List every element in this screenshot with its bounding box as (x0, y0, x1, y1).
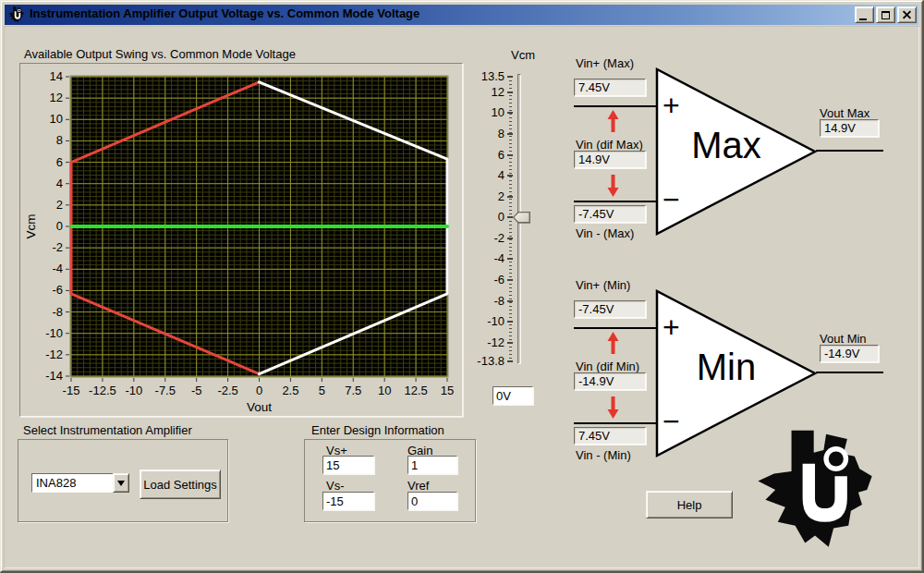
svg-text:Vcm: Vcm (24, 214, 38, 239)
slider-tick-label: 6 (468, 148, 505, 162)
ti-logo-icon (7, 6, 24, 23)
close-icon (902, 10, 912, 20)
slider-tick-mark (507, 279, 513, 281)
plus-input-wire (574, 105, 659, 107)
vin-plus-max-label: Vin+ (Max) (576, 56, 634, 70)
output-wire (816, 150, 883, 152)
amplifier-group-label: Select Instrumentation Amplifier (23, 423, 192, 437)
svg-text:15: 15 (441, 384, 454, 397)
vin-dif-min-label: Vin (dif Min) (576, 360, 639, 373)
slider-tick-label: 2 (468, 189, 505, 203)
svg-text:-8: -8 (52, 305, 63, 319)
slider-tick-label: -12 (468, 335, 505, 349)
slider-tick-mark (507, 175, 513, 177)
plus-input-wire (574, 327, 659, 329)
svg-text:2.5: 2.5 (282, 384, 298, 397)
slider-tick-mark (507, 238, 513, 239)
vs-minus-label: Vs- (326, 479, 345, 493)
svg-text:-10: -10 (125, 384, 142, 397)
slider-tick-label: 13.5 (468, 69, 505, 83)
svg-text:-6: -6 (52, 283, 63, 297)
ti-logo (748, 428, 875, 552)
vs-plus-input[interactable] (322, 456, 374, 474)
vcm-slider-thumb[interactable] (513, 212, 530, 224)
arrow-up-icon (607, 110, 619, 132)
slider-tick-label: 12 (468, 85, 505, 99)
vin-dif-max-label: Vin (dif Max) (576, 138, 643, 152)
output-swing-chart: -15-12.5-10-7.5-5-2.502.557.51012.515141… (19, 63, 463, 417)
slider-tick-mark (507, 216, 513, 218)
chart-plot-area: -15-12.5-10-7.5-5-2.502.557.51012.515141… (20, 64, 462, 416)
amplifier-dropdown[interactable]: INA828 (31, 473, 114, 493)
slider-tick-mark (507, 112, 513, 114)
load-settings-button[interactable]: Load Settings (140, 469, 221, 499)
slider-tick-label: 0 (468, 210, 505, 224)
arrow-up-icon (607, 332, 619, 354)
app-window: Instrumentation Amplifier Output Voltage… (0, 0, 924, 573)
close-button[interactable] (897, 6, 917, 23)
plus-sign: + (663, 315, 680, 339)
svg-text:-14: -14 (45, 369, 63, 383)
vin-plus-min-label: Vin+ (Min) (576, 278, 630, 292)
vin-plus-max-value: 7.45V (574, 79, 646, 96)
svg-text:-2: -2 (52, 240, 63, 254)
slider-tick-mark (507, 360, 513, 362)
chevron-down-icon (117, 481, 125, 486)
help-button[interactable]: Help (646, 491, 733, 518)
svg-text:5: 5 (319, 384, 325, 397)
svg-text:-7.5: -7.5 (155, 384, 176, 397)
svg-text:4: 4 (56, 177, 63, 190)
minus-sign: − (663, 409, 680, 433)
chart-canvas: -15-12.5-10-7.5-5-2.502.557.51012.515141… (20, 64, 462, 416)
slider-tick-label: 10 (468, 105, 505, 119)
slider-tick-mark (507, 258, 513, 260)
svg-text:-12.5: -12.5 (89, 384, 116, 397)
svg-text:-12: -12 (45, 347, 63, 361)
amp-max-block: Vin+ (Max) 7.45V Vin (dif Max) 14.9V -7.… (572, 55, 891, 253)
minus-sign: − (663, 188, 680, 212)
vin-dif-min-value: -14.9V (574, 372, 646, 390)
slider-tick-label: -4 (468, 251, 505, 265)
vin-minus-min-label: Vin - (Min) (576, 448, 631, 462)
arrow-down-icon (607, 175, 619, 197)
vcm-slider-scale: 13.5121086420-2-4-6-8-10-12-13.8 (468, 43, 578, 421)
slider-tick-label: 8 (468, 127, 505, 140)
svg-text:-5: -5 (191, 384, 202, 397)
minimize-button[interactable] (855, 6, 874, 23)
svg-text:0: 0 (56, 219, 63, 233)
maximize-icon (881, 11, 890, 19)
vref-label: Vref (407, 479, 429, 493)
vs-minus-input[interactable] (322, 492, 374, 510)
svg-text:12: 12 (50, 91, 63, 104)
svg-text:0: 0 (256, 384, 262, 397)
vout-max-value: 14.9V (820, 119, 879, 137)
vin-minus-max-value: -7.45V (574, 205, 646, 223)
vin-dif-max-value: 14.9V (574, 151, 646, 168)
minimize-icon (859, 18, 867, 20)
svg-text:-10: -10 (45, 326, 63, 340)
vin-minus-max-label: Vin - (Max) (576, 226, 634, 240)
vout-min-label: Vout Min (820, 332, 867, 346)
title-bar[interactable]: Instrumentation Amplifier Output Voltage… (5, 5, 918, 25)
gain-input[interactable] (407, 456, 457, 474)
svg-text:10: 10 (378, 384, 391, 397)
slider-tick-mark (507, 91, 513, 93)
slider-tick-mark (507, 321, 513, 323)
vref-input[interactable] (407, 492, 457, 510)
svg-text:-2.5: -2.5 (217, 384, 237, 397)
vcm-slider: Vcm 13.5121086420-2-4-6-8-10-12-13.8 (468, 43, 578, 421)
svg-text:10: 10 (50, 112, 63, 126)
svg-text:7.5: 7.5 (345, 384, 361, 397)
amplifier-dropdown-button[interactable] (113, 473, 129, 493)
vcm-value-field[interactable] (492, 386, 533, 405)
svg-text:8: 8 (56, 133, 63, 147)
maximize-button[interactable] (876, 6, 895, 23)
amp-max-name: Max (675, 125, 777, 166)
slider-tick-label: -6 (468, 273, 505, 286)
vin-plus-min-value: -7.45V (574, 300, 646, 318)
slider-tick-mark (507, 154, 513, 156)
slider-tick-label: 4 (468, 168, 505, 182)
plus-sign: + (663, 93, 680, 117)
vout-min-value: -14.9V (820, 345, 879, 362)
slider-tick-mark (507, 342, 513, 344)
